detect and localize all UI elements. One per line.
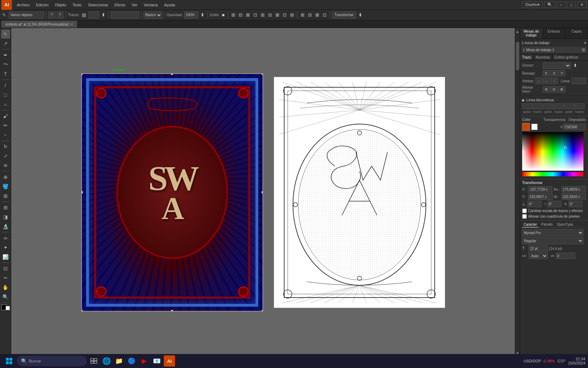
- char-tab[interactable]: Carácter: [522, 222, 538, 227]
- curvature-tool[interactable]: 〜: [1, 60, 10, 69]
- taskbar-ai-icon[interactable]: Ai: [164, 355, 175, 367]
- trazo-style-input[interactable]: [111, 12, 139, 19]
- direct-select-tool[interactable]: ↗: [1, 39, 10, 48]
- zoom-tool[interactable]: 🔍: [1, 292, 10, 301]
- disc-input5[interactable]: [564, 103, 574, 109]
- start-button[interactable]: [3, 355, 15, 367]
- close-btn[interactable]: ✕: [577, 1, 587, 8]
- document-tab[interactable]: símbolo.ai* al 12,5% (RGB/Previsualizar)…: [1, 21, 77, 28]
- disc-input4[interactable]: [554, 103, 564, 109]
- tab-capas[interactable]: Capas: [565, 28, 588, 39]
- trazo-type-select[interactable]: Básico: [144, 12, 162, 19]
- taskbar-task-view[interactable]: [88, 355, 99, 367]
- add-workspace-btn[interactable]: +: [584, 40, 587, 46]
- sel-handle-ml[interactable]: [81, 191, 83, 193]
- rotate-tool[interactable]: ↻: [1, 142, 10, 151]
- taskbar-folder-icon[interactable]: 📁: [113, 355, 125, 367]
- tb-question2-btn[interactable]: ?: [57, 12, 64, 19]
- line-artwork[interactable]: [274, 77, 445, 308]
- sel-handle-tm[interactable]: [171, 73, 173, 75]
- stroke-swatch[interactable]: [531, 124, 538, 130]
- grosor-select[interactable]: [543, 62, 571, 69]
- icon-dist1[interactable]: ⊞: [300, 12, 306, 18]
- color-code-input[interactable]: [563, 124, 586, 130]
- type-tool[interactable]: T: [1, 69, 10, 79]
- escala-checkbox[interactable]: [522, 209, 527, 213]
- sel-handle-br[interactable]: [261, 310, 263, 312]
- taskbar-chrome-icon[interactable]: 🔵: [126, 355, 137, 367]
- scroll-up-btn[interactable]: ▲: [515, 28, 520, 35]
- disc-input1[interactable]: [522, 103, 532, 109]
- angle1-input[interactable]: [527, 201, 541, 207]
- icon-align1[interactable]: ⊞: [230, 12, 236, 18]
- colored-artwork[interactable]: SW A: [81, 73, 263, 312]
- grosor-arrow[interactable]: ⬍: [572, 62, 578, 69]
- ellipse-tool[interactable]: ○: [1, 100, 10, 109]
- parrafo-tab[interactable]: Párrafo: [540, 222, 554, 227]
- menu-edicion[interactable]: Edición: [33, 2, 51, 8]
- live-paint-tool[interactable]: 🪣: [1, 182, 10, 191]
- workspace-options-btn[interactable]: ⊞: [582, 47, 585, 52]
- alinear-pixel-label[interactable]: Alinear con cuadrícula de píxeles: [522, 214, 586, 219]
- opacidad-input[interactable]: [184, 12, 198, 19]
- trazo-tab[interactable]: Trazo: [520, 54, 533, 60]
- transformar-btn[interactable]: Transformar: [332, 12, 356, 19]
- trazo-size-input[interactable]: [89, 12, 99, 19]
- opentype-tab[interactable]: OpenType: [555, 222, 574, 227]
- vértice-btn3[interactable]: ⌐: [551, 78, 558, 84]
- icon-dist4[interactable]: ⊡: [322, 12, 328, 18]
- blend-tool[interactable]: ∞: [1, 233, 10, 243]
- workspace-item[interactable]: 1 Mesa de trabajo 1 ⊞: [522, 47, 587, 53]
- search-btn[interactable]: 🔍: [544, 1, 555, 8]
- menu-ventana[interactable]: Ventana: [141, 2, 161, 8]
- al-input[interactable]: [561, 193, 586, 200]
- taskbar-search-box[interactable]: 🔍 Buscar: [17, 356, 87, 366]
- disc-input6[interactable]: [575, 103, 584, 109]
- font-size-input[interactable]: [528, 245, 548, 252]
- icon-align4[interactable]: ⊡: [252, 12, 258, 18]
- icon-align3[interactable]: ⊠: [245, 12, 251, 18]
- alinear-pixel-checkbox[interactable]: [522, 214, 527, 219]
- icon-align6[interactable]: ⊟: [267, 12, 273, 18]
- icon-align2[interactable]: ⊟: [238, 12, 244, 18]
- auto-kerning-select[interactable]: Auto: [528, 253, 548, 259]
- symbol-tool[interactable]: ✦: [1, 243, 10, 252]
- y-input[interactable]: [528, 193, 553, 200]
- an-input[interactable]: [561, 186, 586, 192]
- tb-question-btn[interactable]: ?: [48, 12, 55, 19]
- object-name-input[interactable]: [9, 12, 44, 19]
- slice-tool[interactable]: ✂: [1, 273, 10, 282]
- menu-efecto[interactable]: Efecto: [112, 2, 128, 8]
- icon-align7[interactable]: ⊠: [274, 12, 280, 18]
- canvas-scroll-vertical[interactable]: ▲ ▼: [515, 28, 520, 357]
- selection-tool[interactable]: ↖: [1, 29, 10, 39]
- paintbrush-tool[interactable]: 🖌: [1, 111, 10, 121]
- eyedropper-tool[interactable]: 🔬: [1, 222, 10, 231]
- scale-tool[interactable]: ⤢: [1, 151, 10, 161]
- escala-checkbox-label[interactable]: Cambiar escala de trazos y efectos: [522, 209, 586, 213]
- taskbar-edge-icon[interactable]: 🌐: [101, 355, 112, 367]
- sel-handle-bl[interactable]: [81, 310, 83, 312]
- remate-btn1[interactable]: ⊏: [543, 70, 550, 76]
- perspective-tool[interactable]: ⊞: [1, 191, 10, 200]
- shape-builder-tool[interactable]: ⊕: [1, 172, 10, 182]
- scroll-thumb[interactable]: [516, 42, 519, 70]
- stroke-color[interactable]: [6, 306, 10, 310]
- color-tab-transparencia[interactable]: Transparencia: [543, 118, 566, 122]
- icon-align8[interactable]: ⊡: [282, 12, 288, 18]
- línea-input[interactable]: [572, 78, 586, 84]
- vértice-btn2[interactable]: ⌐: [543, 78, 550, 84]
- menu-archivo[interactable]: Archivo: [14, 2, 33, 8]
- menu-texto[interactable]: Texto: [70, 2, 84, 8]
- color-hue-slider[interactable]: [522, 172, 583, 176]
- menu-ayuda[interactable]: Ayuda: [161, 2, 178, 8]
- trazo-arrows[interactable]: ⬍: [100, 12, 106, 18]
- trazo-color-btn[interactable]: ▤: [81, 12, 87, 18]
- icon-dist2[interactable]: ⊟: [307, 12, 313, 18]
- menu-seleccionar[interactable]: Seleccionar: [85, 2, 111, 8]
- alinear-btn3[interactable]: ⊠: [558, 86, 565, 93]
- disc-input3[interactable]: [543, 103, 553, 109]
- disc-input2[interactable]: [533, 103, 542, 109]
- canvas-area[interactable]: trazado: [11, 28, 515, 357]
- mesh-tool[interactable]: ⊞: [1, 203, 10, 212]
